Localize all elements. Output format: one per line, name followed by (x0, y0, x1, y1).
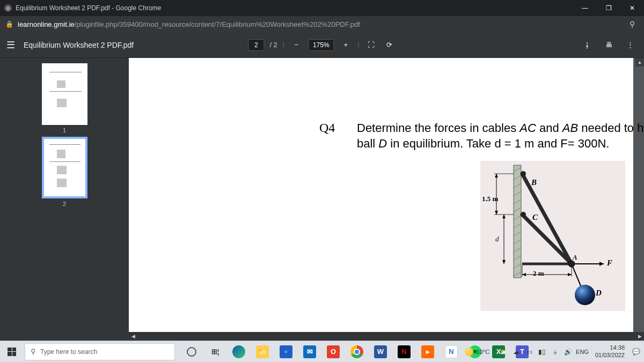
edge-icon[interactable] (228, 341, 250, 362)
zoom-in-button[interactable]: + (339, 39, 352, 51)
office-icon[interactable]: O (322, 341, 345, 362)
tray-expand-button[interactable]: ˄ (493, 349, 495, 354)
file-explorer-icon[interactable]: 📁 (251, 341, 274, 362)
zoom-out-button[interactable]: − (290, 39, 303, 51)
svg-marker-35 (568, 273, 572, 276)
svg-marker-19 (599, 262, 604, 266)
fig-label-D: D (596, 289, 602, 298)
svg-point-21 (575, 285, 595, 305)
lock-icon[interactable]: 🔒 (5, 20, 13, 28)
svg-point-24 (521, 212, 526, 217)
page-total: / 2 (269, 41, 277, 49)
more-options-button[interactable]: ⋮ (624, 39, 636, 51)
fig-dim-2m: 2 m (533, 269, 544, 278)
svg-line-15 (522, 174, 572, 264)
fig-label-d: d (495, 235, 499, 243)
windows-taskbar: ⚲ Type here to search ⊞¦ 📁 ▫ ✉ O W N ▸ N… (0, 341, 644, 362)
pdf-page: Q4 Determine the forces in cables AC and… (129, 58, 633, 341)
rotate-button[interactable]: ⟳ (383, 39, 396, 51)
question-text: Determine the forces in cables AC and AB… (357, 121, 644, 151)
thumbnail-2[interactable]: 2 (42, 137, 87, 207)
cloud-icon[interactable]: ☁ (511, 348, 521, 356)
volume-icon[interactable]: 🔊 (563, 348, 573, 356)
mail-icon[interactable]: ✉ (298, 341, 321, 362)
tab-title: Equilibrium Worksheet 2 PDF.pdf - Google… (16, 4, 161, 12)
weather-temp[interactable]: 10°C (477, 349, 490, 355)
clock[interactable]: 14:38 01/03/2022 (595, 344, 625, 358)
question-label: Q4 (319, 121, 335, 135)
start-button[interactable] (0, 341, 24, 362)
chrome-title-bar: ◎ Equilibrium Worksheet 2 PDF.pdf - Goog… (0, 0, 644, 16)
fig-label-C: C (532, 213, 538, 222)
search-icon: ⚲ (31, 348, 36, 356)
battery-icon[interactable]: ▮▯ (537, 348, 547, 356)
onedrive-icon[interactable]: ⛅ (499, 348, 508, 356)
svg-point-23 (521, 171, 526, 176)
current-page-input[interactable]: 2 (248, 39, 264, 51)
scroll-left-button[interactable]: ◀ (129, 332, 137, 341)
zoom-level-input[interactable]: 175% (308, 39, 334, 51)
maximize-button[interactable]: ❐ (597, 0, 620, 16)
store-icon[interactable]: ▫ (275, 341, 297, 362)
page-viewport[interactable]: ▲ Q4 Determine the forces in cables AC a… (129, 58, 644, 341)
fig-dim-1-5m: 1.5 m (482, 195, 498, 203)
system-tray: 10°C ˄ ⛅ ☁ ▭ ▮▯ ⏚ 🔊 ENG 14:38 01/03/2022… (465, 341, 641, 362)
scroll-up-button[interactable]: ▲ (635, 58, 644, 67)
app-icon-1[interactable]: ▸ (416, 341, 439, 362)
download-button[interactable]: ⭳ (581, 39, 594, 51)
meet-icon[interactable]: ▭ (524, 348, 534, 356)
pdf-content-area: 1 2 ▲ Q4 Determine the forces in cables … (0, 58, 644, 341)
wifi-icon[interactable]: ⏚ (550, 348, 560, 356)
search-placeholder: Type here to search (40, 348, 97, 356)
tab-favicon: ◎ (4, 4, 12, 12)
svg-marker-27 (495, 211, 498, 215)
notifications-icon[interactable]: 💬 (631, 348, 641, 356)
browser-tab[interactable]: ◎ Equilibrium Worksheet 2 PDF.pdf - Goog… (0, 0, 166, 16)
fig-label-B: B (531, 178, 537, 187)
pdf-toolbar: ☰ Equilibrium Worksheet 2 PDF.pdf 2 / 2 … (0, 32, 644, 58)
thumbnail-2-label: 2 (42, 201, 87, 207)
question-figure: B C A D F d 1.5 m 2 m (480, 161, 625, 311)
thumbnail-1-label: 1 (42, 127, 87, 134)
svg-marker-31 (502, 215, 506, 218)
minimize-button[interactable]: ― (573, 0, 597, 16)
weather-icon[interactable] (465, 348, 473, 356)
fit-page-button[interactable]: ⛶ (365, 39, 378, 51)
thumbnail-1[interactable]: 1 (42, 63, 87, 134)
chrome-icon[interactable] (346, 341, 368, 362)
scroll-right-button[interactable]: ▶ (635, 332, 644, 341)
taskbar-search[interactable]: ⚲ Type here to search (25, 343, 175, 360)
url-field[interactable]: learnonline.gmit.ie/pluginfile.php/35940… (18, 20, 360, 28)
cortana-icon[interactable] (180, 341, 203, 362)
thumbnail-panel: 1 2 (0, 58, 129, 341)
find-icon[interactable]: ⚲ (625, 20, 640, 28)
task-view-icon[interactable]: ⊞¦ (204, 341, 226, 362)
word-icon[interactable]: W (369, 341, 392, 362)
fig-label-F: F (607, 258, 612, 268)
svg-rect-0 (514, 165, 521, 278)
document-title: Equilibrium Worksheet 2 PDF.pdf (24, 41, 134, 49)
print-button[interactable]: 🖶 (602, 39, 615, 51)
address-bar: 🔒 learnonline.gmit.ie/pluginfile.php/359… (0, 16, 644, 32)
netflix-icon[interactable]: N (393, 341, 415, 362)
svg-marker-26 (495, 174, 498, 178)
close-button[interactable]: ✕ (620, 0, 644, 16)
menu-icon[interactable]: ☰ (6, 39, 15, 51)
horizontal-scrollbar[interactable]: ◀ ▶ (129, 332, 644, 341)
svg-marker-34 (522, 273, 526, 276)
notepad-icon[interactable]: N (440, 341, 463, 362)
language-indicator[interactable]: ENG (576, 349, 589, 355)
fig-label-A: A (573, 253, 577, 262)
svg-marker-32 (502, 260, 506, 264)
